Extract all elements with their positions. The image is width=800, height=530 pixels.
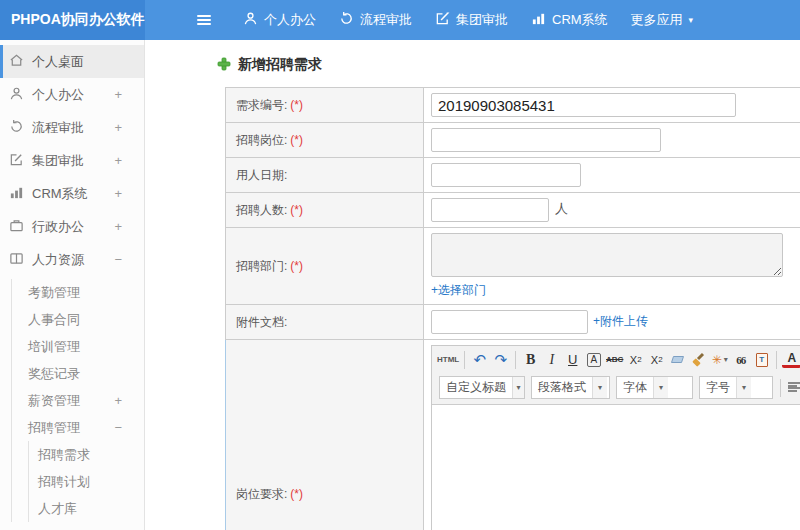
nav-item-more-apps[interactable]: 更多应用 ▾	[631, 11, 694, 29]
nav-item-workflow-approval[interactable]: 流程审批	[339, 11, 412, 29]
sidebar-item-label: 薪资管理	[28, 392, 114, 410]
bar-chart-icon	[531, 11, 552, 29]
sidebar-item-label: 招聘计划	[38, 473, 122, 491]
sidebar-item-salary[interactable]: 薪资管理 +	[12, 387, 144, 414]
recruit-submenu: 招聘需求 招聘计划 人才库	[28, 441, 144, 522]
font-color-button[interactable]: A	[782, 352, 800, 368]
form-row-department: 招聘部门:(*) +选择部门	[226, 228, 800, 305]
sidebar-item-talent-pool[interactable]: 人才库	[29, 495, 144, 522]
caret-down-icon: ▾	[592, 377, 607, 398]
font-size-select[interactable]: 字号 ▾	[699, 376, 773, 399]
recruit-department-textarea[interactable]	[431, 233, 783, 277]
top-navigation-bar: PHPOA协同办公软件 个人办公 流程审批 集团审批 CRM系统 更多应用 ▾	[0, 0, 800, 40]
blockquote-button[interactable]: 66	[731, 349, 750, 370]
sidebar-item-label: 个人桌面	[32, 53, 122, 71]
expand-plus-icon[interactable]: +	[114, 393, 122, 408]
field-label-cell: 需求编号:(*)	[226, 88, 424, 123]
nav-label: CRM系统	[552, 11, 608, 29]
recruit-position-input[interactable]	[431, 128, 661, 152]
nav-label: 更多应用	[631, 11, 683, 29]
redo-icon[interactable]: ↷	[491, 349, 510, 370]
html-source-button[interactable]: HTML	[437, 349, 459, 370]
expand-plus-icon[interactable]: +	[114, 120, 122, 135]
nav-item-group-approval[interactable]: 集团审批	[435, 11, 508, 29]
rich-text-editor: HTML ↶ ↷ B I U A ABC X2 X2 ✳	[431, 345, 800, 530]
underline-button[interactable]: U	[563, 349, 582, 370]
custom-title-select[interactable]: 自定义标题 ▾	[439, 376, 525, 399]
field-label-cell: 招聘人数:(*)	[226, 193, 424, 228]
sidebar-item-admin-office[interactable]: 行政办公 +	[0, 210, 144, 243]
workflow-icon	[9, 119, 24, 137]
brush-icon	[692, 353, 705, 367]
expand-plus-icon[interactable]: +	[114, 186, 122, 201]
field-label: 岗位要求:	[236, 487, 287, 501]
sidebar-item-label: 人才库	[38, 500, 122, 518]
nav-label: 集团审批	[456, 11, 508, 29]
strikethrough-button[interactable]: ABC	[605, 349, 624, 370]
user-icon	[9, 86, 24, 104]
sidebar-item-label: 招聘管理	[28, 419, 114, 437]
collapse-minus-icon[interactable]: −	[114, 252, 122, 267]
field-label: 招聘岗位:	[236, 133, 287, 147]
clipboard-icon: T	[756, 353, 768, 367]
format-painter-button[interactable]	[689, 349, 708, 370]
main-content: 新增招聘需求 需求编号:(*) 招聘岗位:(*) 用人日期:	[145, 40, 800, 530]
italic-button[interactable]: I	[542, 349, 561, 370]
sidebar-item-crm[interactable]: CRM系统 +	[0, 177, 144, 210]
menu-toggle-icon[interactable]	[195, 14, 213, 27]
user-icon	[243, 11, 264, 29]
sidebar-item-label: 人力资源	[32, 251, 114, 269]
sidebar-item-recruit-demand[interactable]: 招聘需求	[29, 441, 144, 468]
sidebar-item-rewards[interactable]: 奖惩记录	[12, 360, 144, 387]
editor-toolbar-row1: HTML ↶ ↷ B I U A ABC X2 X2 ✳	[432, 346, 800, 373]
recruit-demand-form: 需求编号:(*) 招聘岗位:(*) 用人日期: 招聘人数:(*)	[225, 87, 800, 530]
expand-plus-icon[interactable]: +	[114, 87, 122, 102]
attachment-upload-link[interactable]: +附件上传	[593, 314, 648, 328]
sidebar-item-attendance[interactable]: 考勤管理	[12, 279, 144, 306]
sidebar-item-human-resources[interactable]: 人力资源 −	[0, 243, 144, 276]
editor-content-area[interactable]	[432, 404, 800, 530]
field-label: 招聘部门:	[236, 259, 287, 273]
font-family-select[interactable]: 字体 ▾	[616, 376, 693, 399]
recruit-count-input[interactable]	[431, 198, 549, 222]
required-mark: (*)	[290, 133, 303, 147]
paragraph-format-select[interactable]: 段落格式 ▾	[531, 376, 610, 399]
nav-item-crm[interactable]: CRM系统	[531, 11, 608, 29]
nav-item-personal-office[interactable]: 个人办公	[243, 11, 316, 29]
briefcase-icon	[9, 218, 24, 236]
sidebar-item-training[interactable]: 培训管理	[12, 333, 144, 360]
nav-label: 流程审批	[360, 11, 412, 29]
subscript-button[interactable]: X2	[647, 349, 666, 370]
caret-down-icon: ▾	[689, 15, 694, 25]
superscript-button[interactable]: X2	[626, 349, 645, 370]
book-icon	[9, 251, 24, 269]
field-label-cell: 招聘岗位:(*)	[226, 123, 424, 158]
align-left-icon[interactable]	[788, 381, 800, 394]
demand-code-input[interactable]	[431, 93, 736, 117]
paste-button[interactable]: T	[752, 349, 771, 370]
select-department-link[interactable]: +选择部门	[431, 282, 486, 299]
expand-plus-icon[interactable]: +	[114, 219, 122, 234]
form-row-requirement: 岗位要求:(*) HTML ↶ ↷ B I U A ABC X2	[226, 340, 800, 530]
expand-plus-icon[interactable]: +	[114, 153, 122, 168]
eraser-icon	[671, 356, 684, 363]
undo-icon[interactable]: ↶	[470, 349, 489, 370]
field-label: 招聘人数:	[236, 203, 287, 217]
bar-chart-icon	[9, 185, 24, 203]
bold-button[interactable]: B	[521, 349, 540, 370]
sidebar-item-recruit-plan[interactable]: 招聘计划	[29, 468, 144, 495]
clear-format-button[interactable]: ✳▾	[710, 349, 729, 370]
sidebar-item-workflow-approval[interactable]: 流程审批 +	[0, 111, 144, 144]
format-eraser-button[interactable]	[668, 349, 687, 370]
hire-date-input[interactable]	[431, 163, 581, 187]
attachment-input[interactable]	[431, 310, 588, 334]
sidebar-item-hr-contract[interactable]: 人事合同	[12, 306, 144, 333]
sidebar-item-label: 集团审批	[32, 152, 114, 170]
sidebar-item-group-approval[interactable]: 集团审批 +	[0, 144, 144, 177]
editor-toolbar-row2: 自定义标题 ▾ 段落格式 ▾ 字体 ▾ 字号 ▾	[432, 373, 800, 404]
sidebar-item-personal-desktop[interactable]: 个人桌面	[0, 45, 144, 78]
collapse-minus-icon[interactable]: −	[114, 420, 122, 435]
font-style-button[interactable]: A	[587, 353, 601, 367]
sidebar-item-personal-office[interactable]: 个人办公 +	[0, 78, 144, 111]
sidebar-item-recruit-mgmt[interactable]: 招聘管理 −	[12, 414, 144, 441]
